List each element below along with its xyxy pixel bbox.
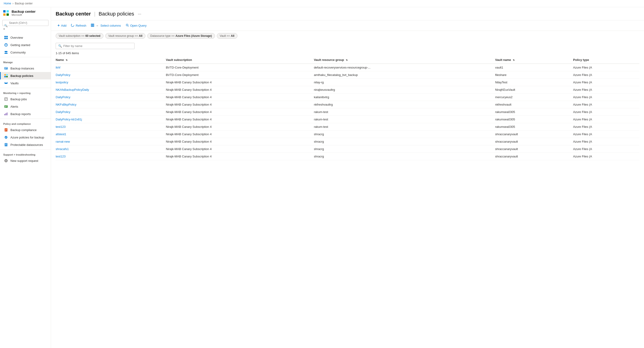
table-row[interactable]: test123Nirajk-MAB Canary Subscription 4s…	[56, 153, 639, 160]
search-icon: 🔍	[4, 24, 8, 27]
add-icon: +	[58, 23, 60, 27]
svg-rect-4	[4, 36, 6, 37]
refresh-button[interactable]: Refresh	[69, 22, 88, 29]
table-row[interactable]: DailyPolicyBVTD-Core-Deploymentamthaku_f…	[56, 71, 639, 79]
table-row[interactable]: DailyPolicyNirajk-MAB Canary Subscriptio…	[56, 108, 639, 116]
azure-policies-icon	[4, 135, 8, 139]
sidebar-item-getting-started[interactable]: Getting started	[0, 41, 51, 49]
table-row[interactable]: DailyPolicy-ktr2x81jNirajk-MAB Canary Su…	[56, 116, 639, 123]
page-title-separator: |	[94, 11, 96, 17]
select-columns-button[interactable]: → Select columns	[89, 22, 123, 29]
sidebar-item-community-label: Community	[10, 51, 26, 54]
table-cell: Azure Files (A	[573, 131, 639, 138]
table-container: Name ⇅Vault subscriptionVault resource g…	[51, 56, 644, 348]
search-input[interactable]	[2, 20, 48, 26]
sort-icon[interactable]: ⇅	[346, 59, 348, 61]
open-query-button[interactable]: Open Query	[124, 22, 148, 29]
table-cell: shracrg	[314, 153, 495, 160]
filter-row: Vault subscription == 60 selectedVault r…	[51, 31, 644, 41]
sidebar-item-protectable[interactable]: Protectable datasources	[0, 141, 51, 149]
filter-pill[interactable]: Vault resource group == All	[105, 33, 146, 39]
sidebar-item-new-support[interactable]: New support request	[0, 157, 51, 165]
table-row[interactable]: testpolicyNirajk-MAB Canary Subscription…	[56, 79, 639, 86]
sidebar-item-community[interactable]: Community	[0, 49, 51, 56]
nav-section-manage: Manage	[0, 58, 51, 65]
svg-rect-12	[5, 69, 6, 69]
more-options-button[interactable]: ···	[136, 11, 142, 17]
sidebar-item-azure-policies[interactable]: Azure policies for backup	[0, 134, 51, 141]
filter-key: Vault ==	[220, 34, 230, 37]
sort-icon[interactable]: ⇅	[513, 59, 514, 61]
table-cell: nkfreshvault	[495, 101, 573, 108]
sidebar-item-backup-policies[interactable]: Backup policies	[0, 72, 51, 79]
table-row[interactable]: ramat-newNirajk-MAB Canary Subscription …	[56, 138, 639, 145]
table-row[interactable]: test123Nirajk-MAB Canary Subscription 4r…	[56, 123, 639, 131]
svg-rect-2	[3, 13, 6, 16]
svg-rect-5	[6, 36, 8, 37]
table-cell: shraccanaryvault	[495, 153, 573, 160]
nav-section-monitoring: Monitoring + reporting	[0, 89, 51, 95]
nav-divider-support	[0, 149, 51, 150]
add-label: Add	[61, 24, 66, 27]
table-row[interactable]: NKFsBkpPolicyNirajk-MAB Canary Subscript…	[56, 101, 639, 108]
filter-value: Azure Files (Azure Storage)	[176, 34, 212, 37]
table-cell: Nirajk-MAB Canary Subscription 4	[166, 153, 314, 160]
table-cell: Nirajk-MAB Canary Subscription 4	[166, 138, 314, 145]
table-cell: shraccanaryvault	[495, 131, 573, 138]
table-row[interactable]: shracafs1Nirajk-MAB Canary Subscription …	[56, 145, 639, 153]
table-cell: rakum-test	[314, 123, 495, 131]
table-cell: Azure Files (A	[573, 116, 639, 123]
table-column-header[interactable]: Vault name ⇅	[495, 56, 573, 64]
table-cell: NKFsBkpPolicy	[56, 101, 166, 108]
table-cell: DailyPolicy	[56, 71, 166, 79]
filter-pill[interactable]: Vault subscription == 60 selected	[56, 33, 104, 39]
svg-rect-13	[4, 74, 6, 75]
overview-icon	[4, 35, 8, 40]
filter-value: All	[231, 34, 234, 37]
sidebar-item-backup-instances[interactable]: Backup instances	[0, 65, 51, 72]
sidebar-item-vaults[interactable]: Vaults	[0, 79, 51, 87]
sidebar-item-getting-started-label: Getting started	[10, 43, 30, 47]
table-row[interactable]: NKAfsBackupPolicyDailyNirajk-MAB Canary …	[56, 86, 639, 94]
table-cell: test123	[56, 153, 166, 160]
table-cell: afstest1	[56, 131, 166, 138]
breadcrumb-home[interactable]: Home	[4, 2, 11, 5]
table-column-header[interactable]: Name ⇅	[56, 56, 166, 64]
table-cell: Nirajk-MAB Canary Subscription 4	[166, 108, 314, 116]
sidebar-item-protectable-label: Protectable datasources	[10, 143, 43, 147]
table-row[interactable]: afstest1Nirajk-MAB Canary Subscription 4…	[56, 131, 639, 138]
sidebar-item-backup-compliance[interactable]: Backup compliance	[0, 126, 51, 134]
community-icon	[4, 50, 8, 54]
breadcrumb: Home › Backup center	[0, 0, 644, 7]
sort-icon[interactable]: ⇅	[66, 59, 68, 61]
table-cell: rakum-test	[314, 108, 495, 116]
backup-instances-icon	[4, 66, 8, 70]
table-row[interactable]: DailyPolicyNirajk-MAB Canary Subscriptio…	[56, 94, 639, 101]
backup-compliance-icon	[4, 128, 8, 132]
filter-pill[interactable]: Datasource type == Azure Files (Azure St…	[147, 33, 215, 39]
table-cell: kailanibvtrg	[314, 94, 495, 101]
table-cell: Azure Files (A	[573, 86, 639, 94]
table-cell: nirajkeusvaultrg	[314, 86, 495, 94]
table-cell: Nirajk-MAB Canary Subscription 4	[166, 123, 314, 131]
table-cell: vault1	[495, 64, 573, 71]
svg-point-28	[5, 160, 7, 161]
table-row[interactable]: lkhfBVTD-Core-Deploymentdefault-recovery…	[56, 64, 639, 71]
main-content: Backup center | Backup policies ··· + Ad…	[51, 7, 644, 348]
sidebar-item-backup-reports[interactable]: Backup reports	[0, 110, 51, 118]
table-cell: BVTD-Core-Deployment	[166, 71, 314, 79]
sidebar-item-backup-instances-label: Backup instances	[10, 67, 34, 70]
add-button[interactable]: + Add	[56, 22, 68, 29]
table-cell: Azure Files (A	[573, 101, 639, 108]
sidebar-item-backup-jobs[interactable]: Backup jobs	[0, 95, 51, 103]
sidebar-item-backup-policies-label: Backup policies	[10, 74, 34, 78]
table-column-header[interactable]: Vault resource group ⇅	[314, 56, 495, 64]
page-title: Backup center	[56, 11, 91, 17]
filter-pill[interactable]: Vault == All	[217, 33, 238, 39]
table-cell: shracrg	[314, 138, 495, 145]
alerts-icon	[4, 104, 8, 109]
sidebar-item-overview[interactable]: Overview	[0, 34, 51, 41]
filter-by-name-input[interactable]	[63, 44, 132, 48]
sidebar-item-backup-jobs-label: Backup jobs	[10, 97, 27, 101]
sidebar-item-alerts[interactable]: Alerts	[0, 103, 51, 110]
